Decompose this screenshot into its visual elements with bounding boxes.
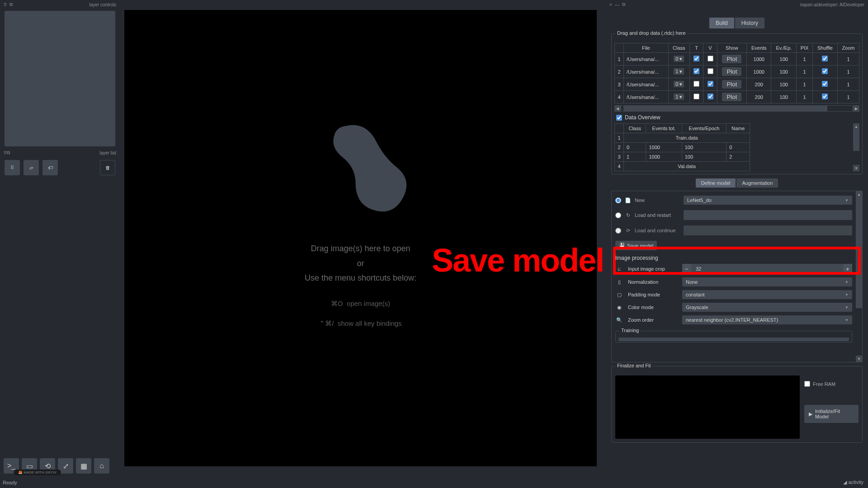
reload-icon: ↻ — [625, 212, 631, 218]
image-processing-label: Image processing — [613, 253, 854, 262]
color-mode-select[interactable]: Grayscale ▼ — [682, 303, 852, 312]
train-checkbox[interactable] — [693, 56, 699, 61]
data-overview-checkbox[interactable] — [616, 115, 622, 121]
scroll-up-icon[interactable]: ▲ — [856, 191, 862, 197]
radio-new-model[interactable] — [615, 197, 621, 203]
normalization-icon: ▯ — [615, 279, 623, 285]
shuffle-checkbox[interactable] — [822, 94, 828, 99]
plot-button[interactable]: Plot — [722, 80, 741, 89]
save-model-button[interactable]: 💾 Save model — [615, 241, 657, 250]
watermark-badge: 🦊 MADE WITH GIFOX — [14, 469, 61, 475]
keybindings-hint: show all key bindings — [338, 319, 402, 327]
popout-icon[interactable]: ⧉ — [622, 2, 625, 7]
scroll-down-icon[interactable]: ▼ — [853, 165, 859, 171]
play-icon: ▶ — [809, 411, 812, 417]
file-cell[interactable]: /Users/nana/... — [624, 91, 669, 103]
class-select[interactable]: 1 ▾ — [674, 94, 684, 100]
crop-icon: ⟀ — [615, 266, 623, 272]
home-icon[interactable]: ⌂ — [94, 458, 109, 474]
model-architecture-select[interactable]: LeNet5_do ▼ — [684, 196, 852, 205]
free-ram-checkbox[interactable] — [804, 381, 810, 387]
val-checkbox[interactable] — [708, 81, 713, 87]
popout-icon[interactable]: ⧉ — [7, 150, 10, 155]
val-checkbox[interactable] — [708, 68, 713, 74]
data-overview-label: Data Overview — [625, 114, 660, 121]
plot-button[interactable]: Plot — [722, 67, 741, 76]
table-row: 1Train.data — [615, 133, 750, 143]
normalization-label: Normalization — [628, 279, 678, 285]
file-cell[interactable]: /Users/nana/... — [624, 78, 669, 91]
table-row: 3 /Users/nana/... 0 ▾ Plot 200 100 1 1 — [615, 78, 859, 91]
train-checkbox[interactable] — [693, 68, 699, 74]
new-labels-icon[interactable]: 🏷 — [42, 160, 58, 175]
increment-button[interactable]: + — [843, 264, 852, 274]
fit-log-output — [615, 375, 800, 439]
dock-icon[interactable]: — — [615, 2, 619, 7]
tab-define-model[interactable]: Define model — [695, 178, 736, 188]
save-icon: 💾 — [619, 243, 625, 249]
load-continue-path-input[interactable] — [684, 225, 852, 235]
data-overview-table: Class Events tot. Events/Epoch Name 1Tra… — [614, 123, 750, 171]
initialize-fit-button[interactable]: ▶ Initialize/Fit Model — [804, 405, 859, 423]
data-group-label: Drag and drop data (.rtdc) here — [615, 30, 688, 36]
load-restart-label: Load and restart — [635, 212, 680, 218]
finalize-label: Finalize and Fit — [615, 363, 653, 368]
close-icon[interactable]: × — [609, 2, 612, 7]
class-select[interactable]: 0 ▾ — [674, 56, 684, 62]
val-checkbox[interactable] — [708, 94, 713, 99]
annotation-label: Save model — [432, 242, 604, 279]
popout-icon[interactable]: ⧉ — [9, 2, 13, 7]
shuffle-checkbox[interactable] — [822, 56, 828, 61]
load-restart-path-input[interactable] — [684, 210, 852, 220]
napari-logo-icon — [309, 111, 413, 224]
table-row: 4 /Users/nana/... 1 ▾ Plot 200 100 1 1 — [615, 91, 859, 103]
scroll-down-icon[interactable]: ▼ — [856, 356, 862, 362]
panel-handle-icon[interactable]: ⠿ — [4, 150, 7, 155]
normalization-select[interactable]: None ▼ — [682, 277, 852, 286]
drop-hint-or: or — [305, 257, 416, 270]
radio-load-continue[interactable] — [615, 228, 621, 234]
new-points-icon[interactable]: ⠿ — [5, 160, 20, 175]
class-select[interactable]: 0 ▾ — [674, 81, 684, 87]
train-checkbox[interactable] — [693, 94, 699, 99]
train-checkbox[interactable] — [693, 81, 699, 87]
tab-build[interactable]: Build — [709, 17, 735, 29]
input-crop-spinner[interactable]: − 32 + — [682, 264, 852, 274]
val-checkbox[interactable] — [708, 56, 713, 61]
grid-icon[interactable]: ▦ — [76, 458, 91, 474]
scroll-up-icon[interactable]: ▲ — [853, 123, 859, 130]
scroll-left-icon[interactable]: ◀ — [614, 105, 621, 112]
file-cell[interactable]: /Users/nana/... — [624, 66, 669, 78]
delete-layer-icon[interactable]: 🗑 — [100, 160, 115, 175]
tab-augmentation[interactable]: Augmentation — [736, 178, 778, 188]
color-mode-label: Color mode — [628, 305, 678, 310]
plot-button[interactable]: Plot — [722, 93, 741, 101]
hscroll-track[interactable] — [621, 105, 853, 112]
chevron-down-icon: ▼ — [845, 305, 849, 310]
shuffle-checkbox[interactable] — [822, 81, 828, 87]
status-text: Ready — [3, 480, 17, 485]
chevron-down-icon: ▼ — [845, 318, 849, 322]
chevron-down-icon: ▼ — [845, 198, 849, 202]
vscroll-track[interactable] — [853, 130, 859, 165]
free-ram-checkbox-row[interactable]: Free RAM — [804, 381, 859, 387]
table-row: 4Val.data — [615, 162, 750, 171]
scroll-right-icon[interactable]: ▶ — [853, 105, 859, 112]
file-cell[interactable]: /Users/nana/... — [624, 53, 669, 66]
panel-handle-icon[interactable]: ⠿ — [4, 2, 7, 7]
canvas-dropzone[interactable]: Drag image(s) here to open or Use the me… — [124, 10, 597, 466]
padding-select[interactable]: constant ▼ — [682, 290, 852, 299]
drop-hint-1: Drag image(s) here to open — [305, 242, 416, 255]
zoom-order-select[interactable]: nearest neighbor (cv2.INTER_NEAREST) ▼ — [682, 315, 852, 324]
new-shapes-icon[interactable]: ▱ — [24, 160, 39, 175]
vscroll-track[interactable] — [856, 197, 862, 356]
tab-history[interactable]: History — [735, 17, 765, 29]
plugin-title: napari-aideveloper: AIDeveloper — [800, 2, 864, 7]
decrement-button[interactable]: − — [682, 264, 691, 274]
plot-button[interactable]: Plot — [722, 55, 741, 63]
radio-load-restart[interactable] — [615, 212, 621, 218]
class-select[interactable]: 1 ▾ — [674, 68, 684, 75]
shuffle-checkbox[interactable] — [822, 68, 828, 74]
activity-button[interactable]: ◢ activity — [843, 479, 863, 485]
padding-icon: ▢ — [615, 292, 623, 298]
